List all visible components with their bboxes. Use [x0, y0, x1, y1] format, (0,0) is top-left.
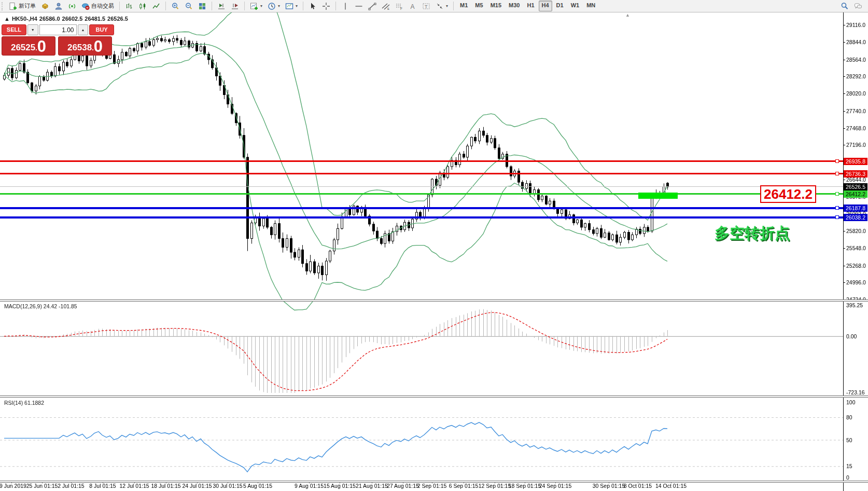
toolbar-separator	[335, 2, 336, 10]
dropdown-caret: ▾	[446, 4, 448, 8]
date-label: 2 Jul 01:15	[58, 483, 84, 489]
equidistant-channel-icon: E	[382, 2, 390, 10]
sell-price-display[interactable]: 26525.0	[2, 36, 55, 56]
template-button[interactable]: ▾	[283, 2, 300, 11]
buy-price-main: 26538	[67, 41, 92, 54]
pivot-level-label[interactable]: 26412.2	[760, 185, 816, 203]
timeframe-button-m30[interactable]: M30	[506, 1, 523, 11]
price-tick-label: 25268.0	[846, 263, 866, 269]
ohlc-low: 26481.5	[85, 16, 105, 22]
chart-shift-marker[interactable]: ▲	[625, 12, 630, 18]
trendline-tool-button[interactable]	[366, 2, 379, 11]
price-tickmark	[843, 128, 845, 129]
toolbar-separator	[244, 2, 245, 10]
crosshair-tool-button[interactable]	[319, 2, 333, 11]
cube-icon	[41, 2, 49, 10]
candle-chart-type-button[interactable]	[136, 2, 149, 11]
macd-label: MACD(12,26,9) 24.42 -101.85	[4, 303, 77, 309]
sell-price-pips: 0	[37, 38, 46, 54]
toolbar-separator	[212, 2, 212, 10]
zoom-in-button[interactable]	[169, 2, 182, 11]
sell-button[interactable]: SELL	[2, 24, 26, 35]
crosshair-icon	[322, 2, 330, 10]
date-label: 18 Sep 01:15	[509, 483, 541, 489]
bar-chart-type-button[interactable]	[122, 2, 136, 11]
volume-decrease-button[interactable]: ▼	[27, 24, 38, 35]
line-chart-type-button[interactable]	[149, 2, 163, 11]
support-line-upper[interactable]	[0, 207, 843, 209]
bid-price-line[interactable]	[0, 186, 843, 187]
new-order-button[interactable]: 新订单	[6, 2, 38, 11]
timeframe-button-h1[interactable]: H1	[524, 1, 537, 11]
timeframe-button-m1[interactable]: M1	[457, 1, 471, 11]
candlestick-chart-icon	[138, 2, 147, 10]
arrows-tool-button[interactable]: ▾	[433, 2, 451, 11]
tile-windows-button[interactable]	[195, 2, 209, 11]
text-tool-button[interactable]: A	[406, 2, 419, 11]
timeframe-button-w1[interactable]: W1	[568, 1, 583, 11]
auto-trading-button[interactable]: 自动交易	[79, 2, 117, 11]
price-badge-26526-5: 26526.5	[844, 183, 867, 190]
price-tick-label: 28564.0	[846, 57, 866, 63]
timeframe-button-m15[interactable]: M15	[487, 1, 505, 11]
resistance-line-lower[interactable]	[0, 173, 843, 174]
timeframe-button-m5[interactable]: M5	[472, 1, 486, 11]
fibonacci-icon: F	[395, 2, 403, 10]
chat-icon	[854, 2, 862, 10]
date-label: 12 Sep 01:15	[479, 483, 511, 489]
text-label-icon: T	[422, 2, 430, 10]
profile-button[interactable]	[52, 2, 65, 11]
pivot-line-26412[interactable]	[0, 193, 843, 195]
cursor-tool-button[interactable]	[306, 2, 319, 11]
trendline-icon	[368, 2, 376, 10]
chat-button[interactable]	[851, 2, 865, 11]
search-button[interactable]	[838, 2, 851, 11]
price-tick-label: 27740.0	[846, 108, 866, 114]
support-line-lower-handle[interactable]	[835, 215, 839, 219]
horizontal-line-tool-button[interactable]	[352, 2, 366, 11]
macd-panel-divider[interactable]	[0, 299, 868, 302]
resistance-line-lower-handle[interactable]	[835, 172, 839, 175]
rsi-axis-label: 100	[846, 399, 856, 405]
timeframe-group: M1M5M15M30H1H4D1W1MN	[456, 1, 599, 11]
rsi-panel-divider[interactable]	[0, 395, 868, 398]
zoom-out-button[interactable]	[182, 2, 195, 11]
support-line-lower[interactable]	[0, 216, 843, 219]
svg-text:A: A	[411, 3, 415, 10]
date-label: 6 Sep 01:15	[449, 483, 479, 489]
buy-price-pips: 0	[94, 38, 103, 54]
signal-button[interactable]	[65, 2, 79, 11]
timeframe-button-mn[interactable]: MN	[583, 1, 598, 11]
support-line-upper-handle[interactable]	[835, 206, 839, 210]
price-tickmark	[843, 76, 845, 77]
fibonacci-tool-button[interactable]: F	[393, 2, 406, 11]
add-indicator-button[interactable]: ▾	[247, 2, 265, 11]
timeframe-button-d1[interactable]: D1	[553, 1, 567, 11]
chart-shift-button[interactable]	[228, 2, 242, 11]
ohlc-close: 26526.5	[107, 16, 128, 22]
macd-axis-label: 395.25	[846, 302, 863, 308]
timeframe-button-h4[interactable]: H4	[539, 1, 552, 11]
vertical-line-tool-button[interactable]	[339, 2, 352, 11]
chart-files-button[interactable]	[38, 2, 52, 11]
toolbar-separator	[453, 2, 454, 10]
price-chart-canvas[interactable]	[0, 0, 868, 491]
turning-point-text[interactable]: 多空转折点	[715, 223, 790, 244]
resistance-line-upper-handle[interactable]	[835, 159, 839, 163]
auto-scroll-button[interactable]	[215, 2, 228, 11]
svg-text:F: F	[400, 7, 402, 10]
channel-tool-button[interactable]: E	[379, 2, 393, 11]
resistance-line-upper[interactable]	[0, 160, 843, 162]
pivot-line-26412-handle[interactable]	[835, 192, 839, 196]
buy-price-display[interactable]: 26538.0	[58, 36, 112, 56]
ohlc-open: 26586.0	[39, 16, 60, 22]
text-label-tool-button[interactable]: T	[419, 2, 433, 11]
price-badge-26412-2: 26412.2	[844, 190, 867, 198]
buy-button[interactable]: BUY	[89, 24, 114, 35]
period-button[interactable]: ▾	[265, 2, 283, 11]
volume-input[interactable]	[39, 24, 77, 35]
collapse-panel-arrow[interactable]: ▲	[4, 16, 10, 22]
highlight-rectangle[interactable]	[638, 193, 678, 199]
volume-increase-button[interactable]: ▲	[78, 24, 89, 35]
toolbar-grip	[2, 2, 5, 10]
